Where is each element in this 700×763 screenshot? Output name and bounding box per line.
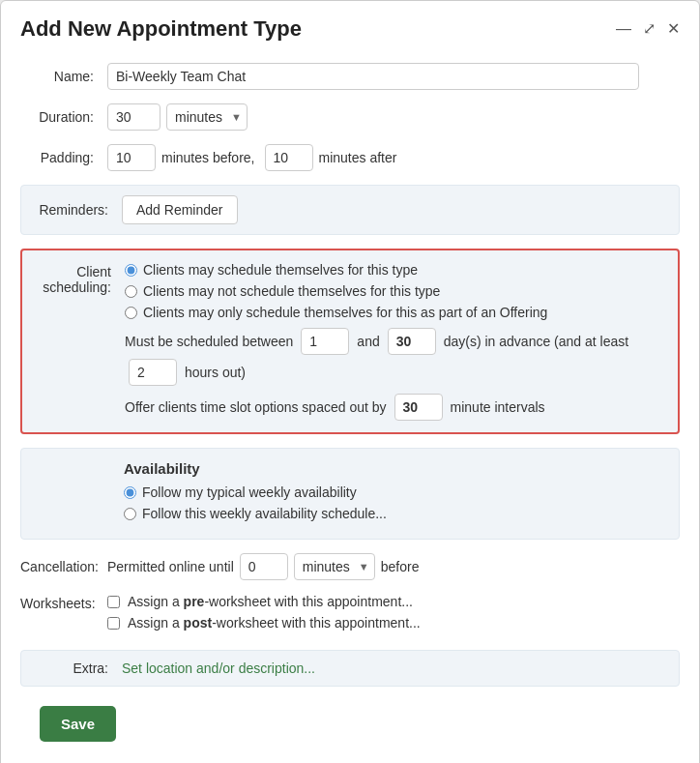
schedule-min-input[interactable] bbox=[301, 328, 349, 355]
schedule-suffix: day(s) in advance (and at least bbox=[444, 334, 628, 349]
extra-row: Extra: Set location and/or description..… bbox=[20, 650, 680, 687]
cancellation-row: Cancellation: Permitted online until min… bbox=[20, 553, 680, 580]
cs-option3-row: Clients may only schedule themselves for… bbox=[125, 305, 662, 320]
cancel-unit-select[interactable]: minutes hours days bbox=[294, 553, 375, 580]
name-input[interactable] bbox=[107, 63, 639, 90]
reminders-label: Reminders: bbox=[35, 202, 122, 218]
add-reminder-button[interactable]: Add Reminder bbox=[122, 195, 238, 224]
avail-option2-radio[interactable] bbox=[124, 508, 136, 520]
cs-option1-radio[interactable] bbox=[125, 264, 137, 277]
window-controls: — ⤢ ✕ bbox=[616, 21, 680, 37]
availability-title: Availability bbox=[124, 460, 663, 477]
duration-row: Duration: minutes hours ▼ bbox=[20, 103, 680, 131]
title-bar: Add New Appointment Type — ⤢ ✕ bbox=[1, 1, 699, 53]
avail-option1-radio[interactable] bbox=[124, 486, 136, 499]
availability-section: Availability Follow my typical weekly av… bbox=[20, 448, 680, 540]
schedule-hours-suffix: hours out) bbox=[185, 365, 246, 380]
padding-label: Padding: bbox=[20, 150, 107, 165]
avail-option1-label: Follow my typical weekly availability bbox=[142, 484, 357, 500]
avail-option2-label: Follow this weekly availability schedule… bbox=[142, 506, 387, 521]
padding-before-unit: minutes before, bbox=[161, 150, 255, 165]
interval-input[interactable] bbox=[394, 394, 443, 421]
padding-before-input[interactable] bbox=[107, 144, 156, 171]
schedule-range-prefix: Must be scheduled between bbox=[125, 334, 293, 349]
cancel-unit-wrapper: minutes hours days ▼ bbox=[294, 553, 375, 580]
post-worksheet-row: Assign a post-worksheet with this appoin… bbox=[107, 615, 680, 631]
interval-row: Offer clients time slot options spaced o… bbox=[125, 394, 662, 421]
schedule-max-input[interactable] bbox=[388, 328, 436, 355]
schedule-and: and bbox=[357, 334, 379, 349]
name-label: Name: bbox=[20, 69, 107, 84]
cs-option2-radio[interactable] bbox=[125, 285, 137, 298]
cs-option2-row: Clients may not schedule themselves for … bbox=[125, 283, 662, 299]
cs-option1-label: Clients may schedule themselves for this… bbox=[143, 262, 418, 278]
post-worksheet-checkbox[interactable] bbox=[107, 617, 120, 630]
form-content: Name: Duration: minutes hours ▼ Padding:… bbox=[1, 53, 699, 763]
cs-option1-row: Clients may schedule themselves for this… bbox=[125, 262, 662, 278]
padding-after-unit: minutes after bbox=[319, 150, 397, 165]
padding-after-input[interactable] bbox=[265, 144, 313, 171]
pre-worksheet-checkbox[interactable] bbox=[107, 596, 120, 608]
save-button[interactable]: Save bbox=[40, 706, 116, 742]
extra-link[interactable]: Set location and/or description... bbox=[122, 660, 315, 676]
client-scheduling-options: Clients may schedule themselves for this… bbox=[125, 262, 662, 421]
schedule-range-row: Must be scheduled between and day(s) in … bbox=[125, 328, 662, 386]
add-appointment-dialog: Add New Appointment Type — ⤢ ✕ Name: Dur… bbox=[0, 0, 700, 763]
avail-option1-row: Follow my typical weekly availability bbox=[124, 484, 663, 500]
client-scheduling-inner: Client scheduling: Clients may schedule … bbox=[38, 262, 662, 421]
avail-content: Availability Follow my typical weekly av… bbox=[124, 460, 663, 527]
client-scheduling-label: Client scheduling: bbox=[38, 262, 125, 295]
name-row: Name: bbox=[20, 63, 680, 90]
duration-label: Duration: bbox=[20, 109, 107, 125]
dialog-title: Add New Appointment Type bbox=[20, 16, 302, 42]
maximize-button[interactable]: ⤢ bbox=[643, 21, 656, 37]
duration-input[interactable] bbox=[107, 103, 160, 131]
duration-unit-select[interactable]: minutes hours bbox=[166, 103, 248, 131]
worksheets-label: Worksheets: bbox=[20, 594, 107, 611]
worksheets-section: Worksheets: Assign a pre-worksheet with … bbox=[20, 594, 680, 636]
avail-option2-row: Follow this weekly availability schedule… bbox=[124, 506, 663, 521]
extra-label: Extra: bbox=[35, 660, 122, 676]
duration-unit-wrapper: minutes hours ▼ bbox=[166, 103, 248, 131]
schedule-hours-input[interactable] bbox=[129, 359, 177, 386]
interval-suffix: minute intervals bbox=[451, 399, 545, 415]
cancel-prefix: Permitted online until bbox=[107, 559, 234, 574]
reminders-row: Reminders: Add Reminder bbox=[20, 185, 680, 235]
worksheets-options: Assign a pre-worksheet with this appoint… bbox=[107, 594, 680, 636]
client-scheduling-section: Client scheduling: Clients may schedule … bbox=[20, 249, 680, 434]
interval-prefix: Offer clients time slot options spaced o… bbox=[125, 399, 387, 415]
padding-row: Padding: minutes before, minutes after bbox=[20, 144, 680, 171]
cs-option2-label: Clients may not schedule themselves for … bbox=[143, 283, 440, 299]
cs-option3-label: Clients may only schedule themselves for… bbox=[143, 305, 547, 320]
cs-option3-radio[interactable] bbox=[125, 307, 137, 319]
close-button[interactable]: ✕ bbox=[667, 21, 680, 37]
post-worksheet-label: Assign a post-worksheet with this appoin… bbox=[128, 615, 421, 631]
pre-worksheet-row: Assign a pre-worksheet with this appoint… bbox=[107, 594, 680, 609]
cancel-suffix: before bbox=[381, 559, 420, 574]
pre-worksheet-label: Assign a pre-worksheet with this appoint… bbox=[128, 594, 413, 609]
minimize-button[interactable]: — bbox=[616, 21, 631, 37]
cancel-value-input[interactable] bbox=[240, 553, 288, 580]
cancellation-label: Cancellation: bbox=[20, 559, 107, 574]
